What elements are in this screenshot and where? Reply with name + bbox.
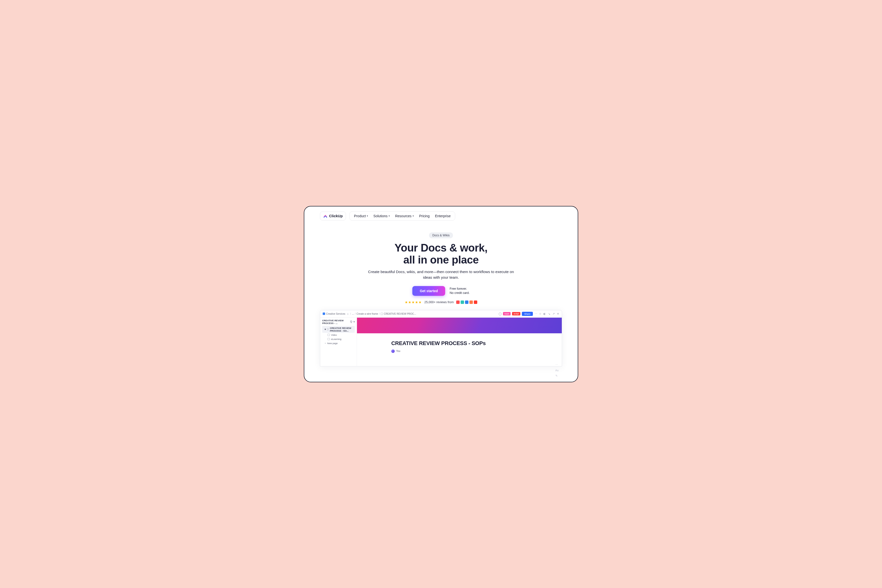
expand-icon[interactable]: ↘ (548, 312, 550, 315)
nav-product[interactable]: Product ▾ (354, 214, 368, 218)
tag-script[interactable]: script (512, 312, 520, 315)
more-icon[interactable]: ⋯ (534, 312, 537, 315)
doc-toolbar: Creative Services ⌂ / ... / Create a wir… (320, 310, 562, 318)
search-icon[interactable]: Q (350, 320, 352, 323)
sidebar-item-video[interactable]: Video (322, 333, 355, 337)
get-started-button[interactable]: Get started (412, 286, 445, 296)
doc-actions: ◯ sops script Share ⋯ ☆ ◐ ↘ ↗ ✕ (499, 312, 559, 316)
close-icon[interactable]: ✕ (556, 312, 559, 315)
floating-toolbar: ⋯ Aa ✎ (555, 363, 559, 377)
cta-row: Get started Free forever. No credit card… (412, 286, 469, 296)
settings-icon[interactable]: ⇥ (353, 320, 355, 323)
cta-caption: Free forever. No credit card. (449, 287, 469, 295)
capterra-icon (465, 300, 469, 304)
crumb-root[interactable]: Creative Services (326, 312, 345, 315)
text-format-icon[interactable]: ⋯ (555, 363, 559, 366)
nav-solutions[interactable]: Solutions ▾ (373, 214, 390, 218)
breadcrumb: Creative Services ⌂ / ... / Create a wir… (323, 312, 416, 315)
doc-title[interactable]: CREATIVE REVIEW PROCESS - SOPs (391, 340, 527, 346)
doc-icon (327, 328, 329, 330)
nav-pricing[interactable]: Pricing (419, 214, 430, 218)
comment-icon[interactable]: ✎ (555, 374, 559, 377)
reviews-row: ★★★★★ 25,000+ reviews from (405, 300, 477, 304)
doc-icon (328, 338, 330, 340)
nav-enterprise[interactable]: Enterprise (435, 214, 451, 218)
doc-sidebar: CREATIVE REVIEW PROCESS - ... Q ⇥ ▾ CREA… (320, 318, 357, 366)
brand-logo[interactable]: ClickUp (320, 212, 346, 220)
clock-icon[interactable]: ◐ (543, 312, 546, 315)
category-badge: Docs & Wikis (429, 232, 453, 238)
hero-subtext: Create beautiful Docs, wikis, and more—t… (365, 269, 517, 280)
plus-icon: + (325, 342, 326, 345)
avatar-icon (391, 350, 395, 353)
doc-editor-window: Creative Services ⌂ / ... / Create a wir… (320, 310, 562, 366)
doc-icon (328, 334, 330, 336)
tag-icon[interactable]: ◯ (499, 312, 502, 315)
doc-icon (381, 313, 383, 315)
chevron-down-icon: ▾ (367, 214, 368, 217)
sidebar-new-page[interactable]: + New page (322, 341, 355, 345)
page-title: Your Docs & work, all in one place (394, 242, 487, 266)
producthunt-icon (474, 300, 477, 304)
collapse-icon[interactable]: ↗ (552, 312, 555, 315)
chevron-down-icon: ▾ (389, 214, 390, 217)
typography-icon[interactable]: Aa (555, 369, 559, 372)
home-icon: ⌂ (346, 312, 349, 315)
star-rating-icon: ★★★★★ (405, 300, 422, 304)
caret-icon: ▾ (325, 328, 326, 331)
nav-resources[interactable]: Resources ▾ (395, 214, 414, 218)
review-source-icons (456, 300, 477, 304)
g2-icon (456, 300, 460, 304)
tag-sops[interactable]: sops (503, 312, 511, 315)
product-screenshot: Creative Services ⌂ / ... / Create a wir… (304, 310, 578, 382)
space-icon (323, 312, 325, 315)
chevron-down-icon: ▾ (413, 214, 414, 217)
sidebar-title: CREATIVE REVIEW PROCESS - ... Q ⇥ (322, 319, 355, 324)
doc-main: CREATIVE REVIEW PROCESS - SOPs You (357, 318, 562, 366)
hero: Docs & Wikis Your Docs & work, all in on… (304, 220, 578, 310)
trustradius-icon (469, 300, 473, 304)
app-window: ClickUp Product ▾ Solutions ▾ Resources … (304, 206, 578, 382)
sidebar-item-elearning[interactable]: eLearning (322, 337, 355, 341)
top-nav: ClickUp Product ▾ Solutions ▾ Resources … (304, 207, 578, 220)
doc-body: CREATIVE REVIEW PROCESS - ... Q ⇥ ▾ CREA… (320, 318, 562, 366)
doc-cover-image[interactable] (357, 318, 562, 333)
crumb-folder[interactable]: Create a wire frame (356, 312, 378, 315)
doc-author: You (391, 350, 527, 353)
crumb-ellipsis[interactable]: ... (352, 312, 354, 315)
crumb-current[interactable]: CREATIVE REVIEW PROC... (384, 312, 416, 315)
sidebar-item-main[interactable]: ▾ CREATIVE REVIEW PROCESS - SO... (322, 326, 355, 333)
clickup-logo-icon (323, 214, 328, 218)
share-button[interactable]: Share (522, 312, 533, 316)
brand-name: ClickUp (329, 214, 343, 218)
reviews-text: 25,000+ reviews from (424, 300, 454, 304)
star-icon[interactable]: ☆ (539, 312, 542, 315)
getapp-icon (461, 300, 464, 304)
nav-pill: Product ▾ Solutions ▾ Resources ▾ Pricin… (349, 212, 455, 220)
